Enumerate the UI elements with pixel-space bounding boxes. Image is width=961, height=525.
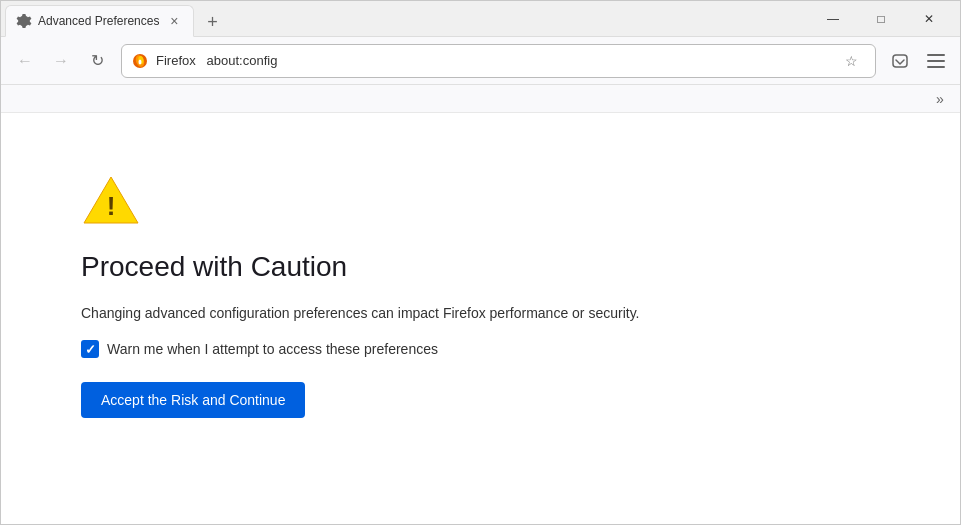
window-controls: — □ ✕ <box>810 1 960 37</box>
gear-icon <box>16 13 32 29</box>
warn-checkbox[interactable]: ✓ <box>81 340 99 358</box>
tab-title: Advanced Preferences <box>38 14 159 28</box>
forward-button[interactable]: → <box>45 45 77 77</box>
warning-icon-wrap: ! <box>81 173 141 231</box>
svg-rect-4 <box>893 55 907 67</box>
reload-button[interactable]: ↻ <box>81 45 113 77</box>
forward-icon: → <box>53 52 69 70</box>
address-right-icons: ☆ <box>837 47 865 75</box>
tab-bar: Advanced Preferences × + <box>1 1 810 36</box>
back-icon: ← <box>17 52 33 70</box>
svg-rect-5 <box>927 54 945 56</box>
close-button[interactable]: ✕ <box>906 1 952 37</box>
menu-icon[interactable] <box>920 45 952 77</box>
warn-checkbox-row: ✓ Warn me when I attempt to access these… <box>81 340 438 358</box>
address-bar[interactable]: Firefox about:config ☆ <box>121 44 876 78</box>
active-tab[interactable]: Advanced Preferences × <box>5 5 194 37</box>
svg-point-3 <box>139 59 142 64</box>
extensions-chevron-button[interactable]: » <box>928 87 952 111</box>
warn-checkbox-label: Warn me when I attempt to access these p… <box>107 341 438 357</box>
reload-icon: ↻ <box>91 51 104 70</box>
page-heading: Proceed with Caution <box>81 251 347 283</box>
accept-risk-button[interactable]: Accept the Risk and Continue <box>81 382 305 418</box>
warning-triangle-icon: ! <box>81 173 141 227</box>
svg-text:!: ! <box>107 191 116 221</box>
firefox-logo-icon <box>132 53 148 69</box>
warning-description: Changing advanced configuration preferen… <box>81 303 639 324</box>
browser-window: Advanced Preferences × + — □ ✕ ← → ↻ <box>0 0 961 525</box>
address-text: Firefox about:config <box>156 53 829 68</box>
pocket-icon[interactable] <box>884 45 916 77</box>
title-bar: Advanced Preferences × + — □ ✕ <box>1 1 960 37</box>
maximize-button[interactable]: □ <box>858 1 904 37</box>
new-tab-button[interactable]: + <box>198 8 226 36</box>
checkmark-icon: ✓ <box>85 342 96 357</box>
extensions-bar: » <box>1 85 960 113</box>
main-content: ! Proceed with Caution Changing advanced… <box>1 113 960 524</box>
bookmark-icon[interactable]: ☆ <box>837 47 865 75</box>
minimize-button[interactable]: — <box>810 1 856 37</box>
nav-bar: ← → ↻ Firefox about:config ☆ <box>1 37 960 85</box>
svg-rect-7 <box>927 66 945 68</box>
svg-rect-6 <box>927 60 945 62</box>
back-button[interactable]: ← <box>9 45 41 77</box>
tab-close-button[interactable]: × <box>165 12 183 30</box>
